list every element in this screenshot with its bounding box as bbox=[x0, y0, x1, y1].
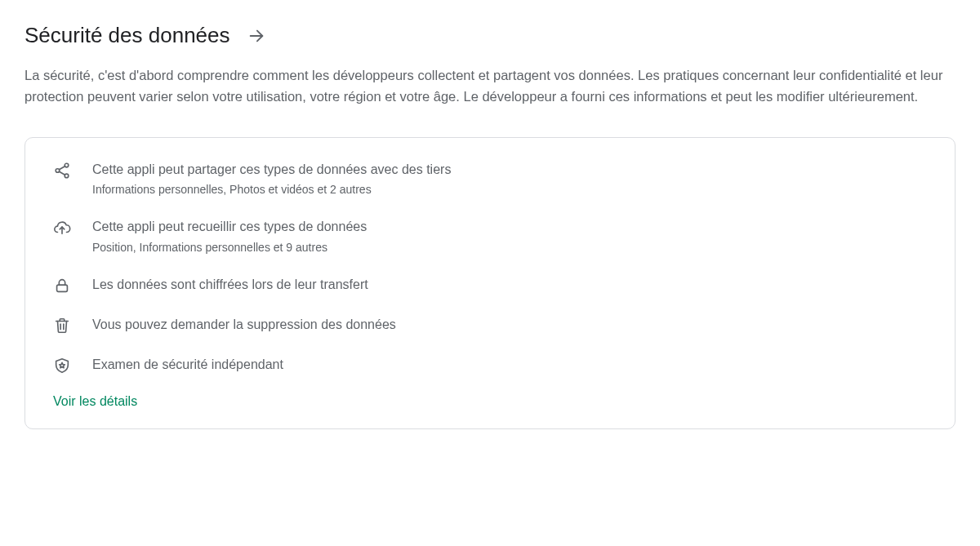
trash-icon bbox=[53, 317, 71, 335]
share-icon bbox=[53, 162, 71, 180]
arrow-right-icon[interactable] bbox=[245, 24, 268, 47]
item-title: Vous pouvez demander la suppression des … bbox=[92, 316, 927, 334]
list-item: Examen de sécurité indépendant bbox=[53, 356, 927, 375]
item-subtitle: Informations personnelles, Photos et vid… bbox=[92, 182, 927, 197]
lock-icon bbox=[53, 277, 71, 295]
list-item: Cette appli peut recueillir ces types de… bbox=[53, 218, 927, 255]
item-title: Les données sont chiffrées lors de leur … bbox=[92, 276, 927, 294]
data-safety-card: Cette appli peut partager ces types de d… bbox=[24, 137, 956, 429]
item-title: Cette appli peut recueillir ces types de… bbox=[92, 218, 927, 236]
svg-line-5 bbox=[60, 171, 65, 175]
section-title: Sécurité des données bbox=[24, 23, 230, 48]
list-item: Les données sont chiffrées lors de leur … bbox=[53, 276, 927, 295]
cloud-upload-icon bbox=[53, 219, 71, 237]
section-description: La sécurité, c'est d'abord comprendre co… bbox=[24, 64, 956, 108]
shield-icon bbox=[53, 357, 71, 375]
item-title: Cette appli peut partager ces types de d… bbox=[92, 161, 927, 179]
item-title: Examen de sécurité indépendant bbox=[92, 356, 927, 374]
svg-line-4 bbox=[60, 166, 65, 170]
item-subtitle: Position, Informations personnelles et 9… bbox=[92, 240, 927, 255]
section-header: Sécurité des données bbox=[24, 23, 956, 48]
see-details-link[interactable]: Voir les détails bbox=[53, 394, 137, 409]
svg-rect-7 bbox=[57, 285, 68, 291]
list-item: Cette appli peut partager ces types de d… bbox=[53, 161, 927, 198]
svg-marker-10 bbox=[60, 362, 65, 367]
list-item: Vous pouvez demander la suppression des … bbox=[53, 316, 927, 335]
